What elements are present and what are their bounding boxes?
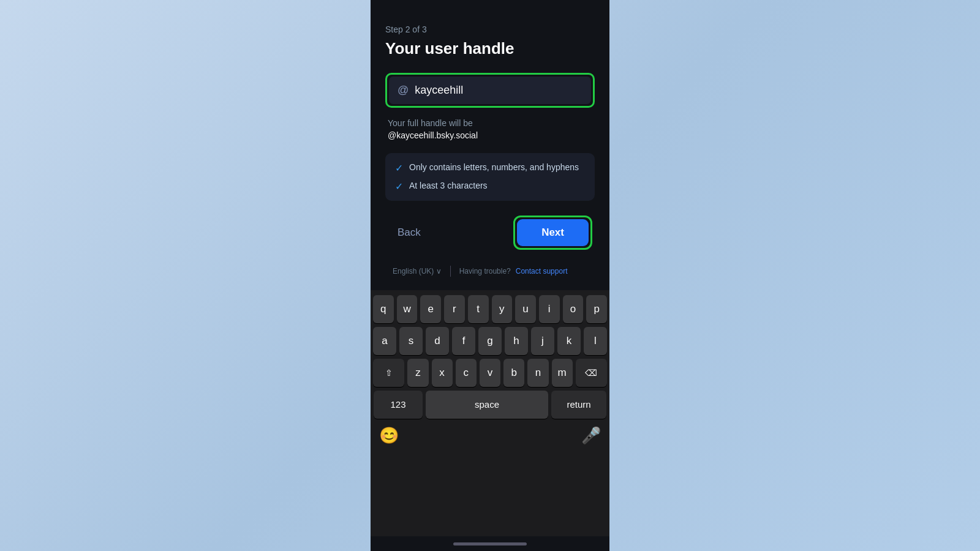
footer-language[interactable]: English (UK) ∨: [393, 267, 442, 276]
handle-info: Your full handle will be @kayceehill.bsk…: [385, 118, 595, 141]
key-f[interactable]: f: [452, 327, 475, 355]
keyboard-row-4: 123 space return: [373, 391, 607, 419]
footer-separator: [450, 266, 451, 277]
next-button[interactable]: Next: [517, 219, 589, 246]
key-y[interactable]: y: [492, 295, 513, 323]
key-u[interactable]: u: [515, 295, 536, 323]
key-z[interactable]: z: [407, 359, 428, 387]
key-x[interactable]: x: [432, 359, 453, 387]
key-s[interactable]: s: [399, 327, 423, 355]
key-space[interactable]: space: [426, 391, 548, 419]
keyboard-row-1: q w e r t y u i o p: [373, 295, 607, 323]
check-icon-1: ✓: [395, 162, 403, 174]
validation-box: ✓ Only contains letters, numbers, and hy…: [385, 153, 595, 201]
key-w[interactable]: w: [397, 295, 418, 323]
buttons-row: Back Next: [385, 216, 595, 250]
key-n[interactable]: n: [527, 359, 548, 387]
validation-text-1: Only contains letters, numbers, and hyph…: [409, 162, 579, 174]
at-symbol-icon: @: [398, 84, 409, 97]
step-label: Step 2 of 3: [385, 24, 595, 34]
home-bar: [453, 542, 527, 545]
footer-section: English (UK) ∨ Having trouble? Contact s…: [385, 262, 595, 280]
keyboard-row-2: a s d f g h j k l: [373, 327, 607, 355]
key-delete[interactable]: ⌫: [576, 359, 607, 387]
key-c[interactable]: c: [456, 359, 477, 387]
validation-item-2: ✓ At least 3 characters: [395, 180, 585, 192]
handle-prefix-text: Your full handle will be: [388, 118, 473, 128]
footer-support-link[interactable]: Contact support: [516, 267, 568, 276]
key-d[interactable]: d: [426, 327, 449, 355]
validation-item-1: ✓ Only contains letters, numbers, and hy…: [395, 162, 585, 174]
key-r[interactable]: r: [444, 295, 465, 323]
key-g[interactable]: g: [478, 327, 502, 355]
key-i[interactable]: i: [539, 295, 560, 323]
key-e[interactable]: e: [420, 295, 441, 323]
key-k[interactable]: k: [557, 327, 581, 355]
key-a[interactable]: a: [373, 327, 396, 355]
key-return[interactable]: return: [551, 391, 606, 419]
keyboard-bottom-row: 😊 🎤: [373, 422, 607, 449]
footer-trouble-text: Having trouble?: [459, 267, 511, 276]
validation-text-2: At least 3 characters: [409, 180, 488, 192]
next-button-wrapper: Next: [513, 216, 592, 250]
handle-input[interactable]: [415, 84, 582, 97]
key-m[interactable]: m: [552, 359, 573, 387]
home-indicator: [371, 536, 609, 551]
handle-input-wrapper[interactable]: @: [385, 73, 595, 108]
key-h[interactable]: h: [505, 327, 528, 355]
key-shift[interactable]: ⇧: [373, 359, 404, 387]
check-icon-2: ✓: [395, 181, 403, 192]
mic-button[interactable]: 🎤: [578, 422, 605, 449]
handle-full-text: @kayceehill.bsky.social: [388, 130, 478, 140]
handle-input-inner: @: [389, 77, 591, 104]
emoji-button[interactable]: 😊: [375, 422, 402, 449]
key-l[interactable]: l: [584, 327, 607, 355]
back-button[interactable]: Back: [388, 220, 431, 245]
key-t[interactable]: t: [468, 295, 489, 323]
key-o[interactable]: o: [563, 295, 584, 323]
key-q[interactable]: q: [373, 295, 394, 323]
key-p[interactable]: p: [586, 295, 607, 323]
keyboard-row-3: ⇧ z x c v b n m ⌫: [373, 359, 607, 387]
key-j[interactable]: j: [531, 327, 554, 355]
key-numbers[interactable]: 123: [374, 391, 423, 419]
phone-frame: Step 2 of 3 Your user handle @ Your full…: [371, 0, 609, 551]
key-b[interactable]: b: [503, 359, 524, 387]
app-content: Step 2 of 3 Your user handle @ Your full…: [371, 0, 609, 290]
key-v[interactable]: v: [480, 359, 500, 387]
keyboard: q w e r t y u i o p a s d f g h j k l ⇧ …: [371, 290, 609, 536]
page-title: Your user handle: [385, 39, 595, 58]
